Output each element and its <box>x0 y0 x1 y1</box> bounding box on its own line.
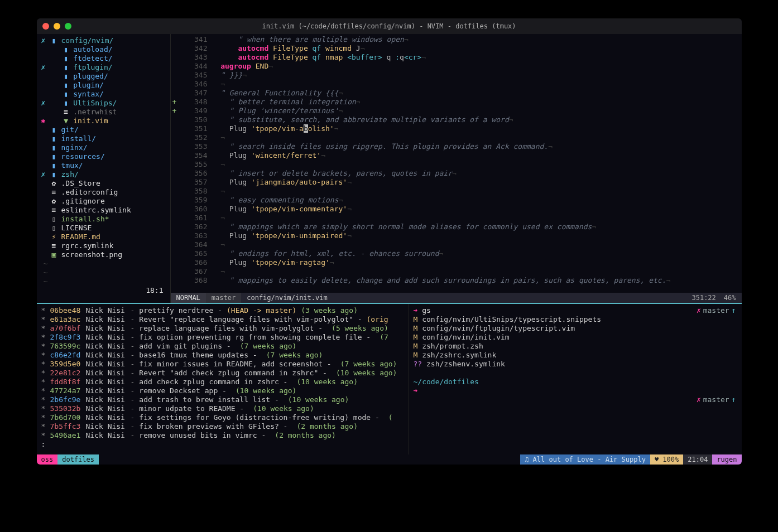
code-line[interactable]: 353 " search inside files using ripgrep.… <box>171 142 742 151</box>
code-line[interactable]: +349 " Plug 'wincent/terminus'¬ <box>171 107 742 115</box>
code-line[interactable]: 367 ¬ <box>171 267 742 276</box>
tree-item[interactable]: ≡.netrwhist <box>40 108 167 117</box>
code-line[interactable]: 342 autocmd FileType qf wincmd J¬ <box>171 44 742 53</box>
file-path: config/nvim/init.vim <box>241 293 678 303</box>
cursor-position: 351:22 <box>691 293 715 303</box>
tree-item[interactable]: ≡.editorconfig <box>40 188 167 197</box>
tmux-statusbar: oss dotfiles ♫ All out of Love - Air Sup… <box>37 454 742 465</box>
code-line[interactable]: 357 Plug 'jiangmiao/auto-pairs'¬ <box>171 178 742 187</box>
code-line[interactable]: 352 ¬ <box>171 133 742 142</box>
git-log-entry[interactable]: *a70f6bfNick Nisi-replace language files… <box>41 324 404 333</box>
window-title: init.vim (~/code/dotfiles/config/nvim) -… <box>37 22 742 30</box>
tree-item[interactable]: ✗ ▮UltiSnips/ <box>40 99 167 108</box>
git-log-entry[interactable]: *c86e2fdNick Nisi-base16 tmux theme upda… <box>41 351 404 360</box>
tree-item[interactable]: ▮nginx/ <box>40 143 167 152</box>
code-line[interactable]: 362 " mappings which are simply short no… <box>171 223 742 231</box>
tree-item[interactable]: ▮git/ <box>40 125 167 134</box>
git-log-pane[interactable]: *06bee48Nick Nisi-prettify nerdtree - (H… <box>37 304 409 454</box>
git-log-entry[interactable]: *e61a3acNick Nisi-Revert "replace langua… <box>41 315 404 324</box>
code-line[interactable]: +348 " better terminal integration¬ <box>171 98 742 107</box>
code-line[interactable]: 366 Plug 'tpope/vim-ragtag'¬ <box>171 258 742 267</box>
tree-item[interactable]: ▮plugin/ <box>40 81 167 90</box>
tree-item[interactable]: ▮resources/ <box>40 152 167 161</box>
tree-item[interactable]: ≡rgrc.symlink <box>40 241 167 250</box>
code-line[interactable]: 356 " insert or delete brackets, parens,… <box>171 169 742 178</box>
statusbar: NORMAL master config/nvim/init.vim 351:2… <box>171 293 742 303</box>
code-line[interactable]: 365 " endings for html, xml, etc. - ehan… <box>171 249 742 258</box>
git-status-file[interactable]: M zsh/zshrc.symlink <box>414 351 737 360</box>
code-line[interactable]: 355 ¬ <box>171 160 742 169</box>
tree-item[interactable]: ≡eslintrc.symlink <box>40 206 167 215</box>
git-status-file[interactable]: ?? zsh/zshenv.symlink <box>414 360 737 369</box>
git-log-entry[interactable]: *7b5ffc3Nick Nisi-fix broken previews wi… <box>41 422 404 431</box>
git-log-entry[interactable]: *2f8c9f3Nick Nisi-fix option preventing … <box>41 333 404 342</box>
git-log-entry[interactable]: *2b6fc9eNick Nisi-add trash to brew inst… <box>41 395 404 404</box>
tmux-window[interactable]: dotfiles <box>57 454 99 465</box>
git-status-file[interactable]: M zsh/prompt.zsh <box>414 342 737 351</box>
git-log-entry[interactable]: *535032bNick Nisi-minor udpate to README… <box>41 404 404 413</box>
code-line[interactable]: 361 ¬ <box>171 214 742 223</box>
tree-item[interactable]: ✗ ▮ftplugin/ <box>40 63 167 72</box>
tree-item[interactable]: ▮install/ <box>40 134 167 143</box>
tree-item[interactable]: ▮autoload/ <box>40 45 167 54</box>
editor[interactable]: 341 " when there are multiple windows op… <box>171 34 742 303</box>
tree-item[interactable]: ▯LICENSE <box>40 224 167 233</box>
tree-item[interactable]: ▮tmux/ <box>40 161 167 170</box>
git-status-file[interactable]: M config/nvim/UltiSnips/typescript.snipp… <box>414 315 737 324</box>
git-log-entry[interactable]: *06bee48Nick Nisi-prettify nerdtree - (H… <box>41 306 404 315</box>
git-log-entry[interactable]: *7b6d700Nick Nisi-fix settings for Goyo … <box>41 413 404 422</box>
file-tree[interactable]: ✗▮config/nvim/ ▮autoload/ ▮ftdetect/✗ ▮f… <box>37 34 171 303</box>
workspace: ✗▮config/nvim/ ▮autoload/ ▮ftdetect/✗ ▮f… <box>37 34 742 465</box>
code-line[interactable]: 347 " General Functionality {{{¬ <box>171 89 742 98</box>
code-line[interactable]: 341 " when there are multiple windows op… <box>171 35 742 44</box>
code-line[interactable]: 358 ¬ <box>171 187 742 196</box>
tree-item[interactable]: ✗▮zsh/ <box>40 170 167 179</box>
clock: 21:04 <box>683 454 712 465</box>
terminal-window: init.vim (~/code/dotfiles/config/nvim) -… <box>37 18 742 465</box>
git-log-entry[interactable]: *22e81c2Nick Nisi-Revert "add check zplu… <box>41 369 404 378</box>
code-line[interactable]: 354 Plug 'wincent/ferret'¬ <box>171 151 742 160</box>
tmux-session[interactable]: oss <box>37 454 58 465</box>
git-log-entry[interactable]: *763599cNick Nisi-add vim git plugins - … <box>41 342 404 351</box>
tree-item[interactable]: ✱ ▼init.vim <box>40 117 167 125</box>
git-log-entry[interactable]: *fdd8f8fNick Nisi-add check zplug comman… <box>41 378 404 386</box>
tree-item[interactable]: ⚡README.md <box>40 233 167 241</box>
code-line[interactable]: 345 " }}}¬ <box>171 71 742 80</box>
tree-item[interactable]: ▮ftdetect/ <box>40 54 167 63</box>
tree-item[interactable]: ✿.DS_Store <box>40 179 167 188</box>
code-line[interactable]: 359 " easy commenting motions¬ <box>171 196 742 205</box>
mode-indicator: NORMAL <box>171 293 206 303</box>
code-line[interactable]: 350 " substitute, search, and abbreviate… <box>171 115 742 124</box>
scroll-percent: 46% <box>724 293 736 303</box>
hostname: rugen <box>712 454 741 465</box>
code-line[interactable]: 346 ¬ <box>171 80 742 89</box>
now-playing: ♫ All out of Love - Air Supply <box>520 454 650 465</box>
git-status-file[interactable]: M config/nvim/init.vim <box>414 333 737 342</box>
tree-status: 18:1 <box>40 286 167 295</box>
prompt-line: ➜ gs✗master↑ <box>414 306 737 315</box>
tree-item[interactable]: ✗▮config/nvim/ <box>40 36 167 45</box>
git-status-file[interactable]: M config/nvim/ftplugin/typescript.vim <box>414 324 737 333</box>
cwd: ~/code/dotfiles <box>414 378 737 386</box>
git-log-entry[interactable]: *359d5e0Nick Nisi-fix minor issues in RE… <box>41 360 404 369</box>
code-line[interactable]: 368 " mappings to easily delete, change … <box>171 276 742 285</box>
code-line[interactable]: 360 Plug 'tpope/vim-commentary'¬ <box>171 205 742 214</box>
titlebar: init.vim (~/code/dotfiles/config/nvim) -… <box>37 18 742 34</box>
branch-indicator: master <box>206 293 241 303</box>
code-line[interactable]: 363 Plug 'tpope/vim-unimpaired'¬ <box>171 231 742 240</box>
code-line[interactable]: 343 autocmd FileType qf nmap <buffer> q … <box>171 53 742 62</box>
tree-item[interactable]: ▮syntax/ <box>40 90 167 99</box>
git-log-entry[interactable]: *5496ae1Nick Nisi-remove unused bits in … <box>41 431 404 440</box>
tree-item[interactable]: ✿.gitignore <box>40 197 167 206</box>
tree-item[interactable]: ▮plugged/ <box>40 72 167 81</box>
tree-item[interactable]: ▯install.sh* <box>40 215 167 224</box>
code-line[interactable]: 364 ¬ <box>171 240 742 249</box>
code-line[interactable]: 344 augroup END¬ <box>171 62 742 71</box>
git-status-pane[interactable]: ➜ gs✗master↑ M config/nvim/UltiSnips/typ… <box>409 304 742 454</box>
prompt-line[interactable]: ➜ ✗master↑ <box>414 386 737 395</box>
git-log-entry[interactable]: *47724a7Nick Nisi-remove Deckset app - (… <box>41 386 404 395</box>
battery-indicator: ♥ 100% <box>650 454 683 465</box>
tree-item[interactable]: ▣screenshot.png <box>40 250 167 259</box>
code-line[interactable]: 351 Plug 'tpope/vim-abolish'¬ <box>171 124 742 133</box>
